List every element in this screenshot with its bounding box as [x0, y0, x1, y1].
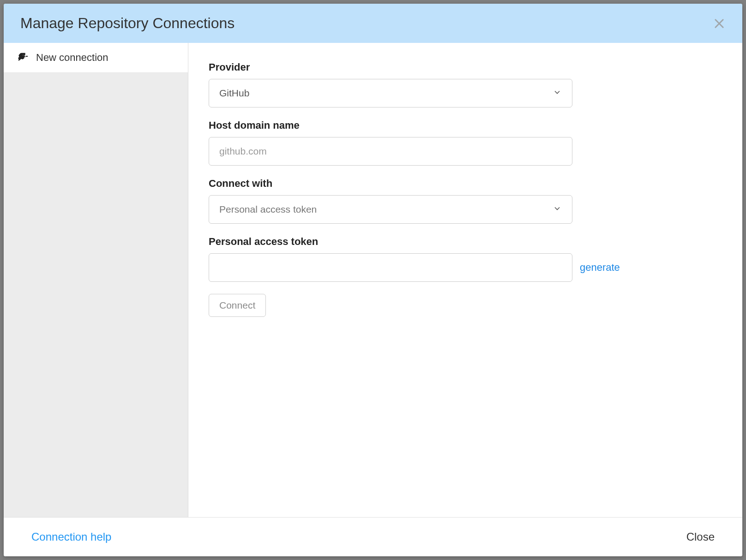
close-button[interactable]: Close	[686, 530, 715, 543]
connect-with-label: Connect with	[209, 178, 722, 190]
form-group-host: Host domain name	[209, 119, 722, 166]
provider-select[interactable]: GitHub	[209, 79, 572, 107]
plug-icon	[17, 51, 28, 64]
provider-selected-value: GitHub	[219, 88, 249, 99]
chevron-down-icon	[553, 204, 562, 215]
chevron-down-icon	[553, 88, 562, 99]
generate-token-link[interactable]: generate	[580, 262, 620, 274]
sidebar-item-new-connection[interactable]: New connection	[4, 43, 188, 73]
connect-with-select[interactable]: Personal access token	[209, 195, 572, 224]
modal-manage-repository-connections: Manage Repository Connections	[4, 4, 742, 556]
connect-button[interactable]: Connect	[209, 294, 266, 317]
close-icon[interactable]	[713, 17, 726, 30]
token-input[interactable]	[209, 253, 572, 282]
token-label: Personal access token	[209, 236, 722, 248]
sidebar: New connection	[4, 43, 188, 517]
modal-title: Manage Repository Connections	[20, 15, 235, 32]
provider-label: Provider	[209, 61, 722, 73]
host-input[interactable]	[209, 137, 572, 166]
modal-footer: Connection help Close	[4, 517, 742, 556]
form-group-token: Personal access token generate	[209, 236, 722, 282]
connection-help-link[interactable]: Connection help	[31, 530, 111, 543]
sidebar-item-label: New connection	[36, 52, 108, 64]
modal-header: Manage Repository Connections	[4, 4, 742, 43]
connect-with-selected-value: Personal access token	[219, 204, 317, 215]
host-label: Host domain name	[209, 119, 722, 131]
form-group-connect-with: Connect with Personal access token	[209, 178, 722, 224]
form-panel: Provider GitHub Host domain name	[188, 43, 742, 517]
modal-body: New connection Provider GitHub	[4, 43, 742, 517]
form-group-provider: Provider GitHub	[209, 61, 722, 107]
form-group-submit: Connect	[209, 294, 722, 317]
